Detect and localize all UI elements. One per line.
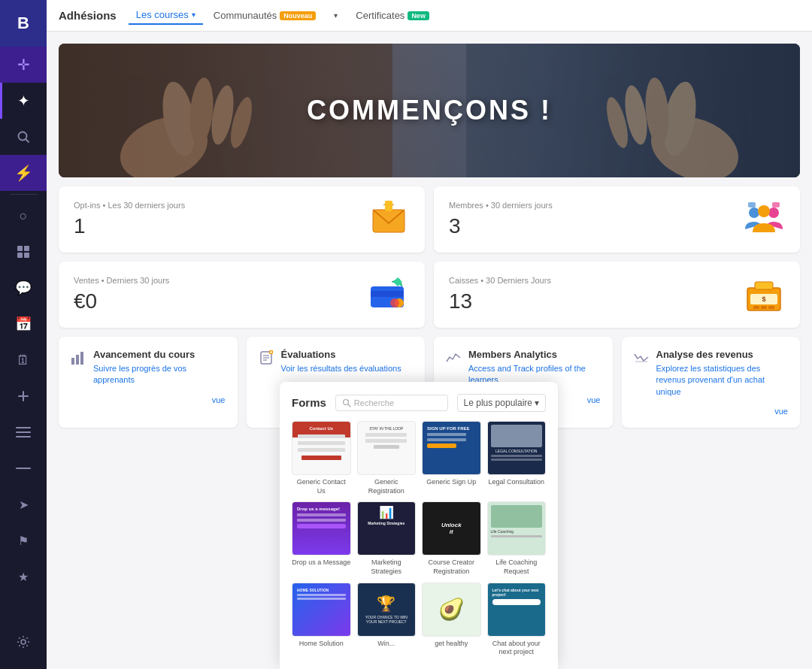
avancement-link[interactable]: vue xyxy=(71,395,226,404)
form-card-course[interactable]: Unlockit Course Creator Registration xyxy=(422,501,481,576)
svg-line-56 xyxy=(348,404,350,407)
form-card-win[interactable]: 🏆 YOUR CHANCE TO WIN YOUR NEXT PROJECT W… xyxy=(357,583,417,657)
svg-rect-5 xyxy=(24,253,29,258)
stat-card-left-ventes: Ventes • Derniers 30 jours €0 xyxy=(74,276,169,313)
svg-rect-41 xyxy=(761,306,767,309)
stat-label-caisses: Caisses • 30 Derniers Jours xyxy=(449,276,551,285)
topnav: Adhésions Les courses ▾ Communautés Nouv… xyxy=(47,0,812,32)
forms-search-label: Recherche xyxy=(354,398,394,407)
form-card-home[interactable]: HOME SOLUTION Home Solution xyxy=(292,583,351,657)
avancement-icon xyxy=(71,350,86,369)
stat-card-ventes[interactable]: Ventes • Derniers 30 jours €0 xyxy=(59,262,425,328)
hero-overlay: COMMENÇONS ! xyxy=(59,44,800,177)
sidebar-icon-magic[interactable]: ✦ xyxy=(0,83,47,119)
sidebar-icon-search[interactable] xyxy=(0,119,47,155)
form-card-drop[interactable]: Drop us a message! Drop us a Message xyxy=(292,501,351,576)
courses-chevron: ▾ xyxy=(192,11,195,19)
topnav-item-courses[interactable]: Les courses ▾ xyxy=(129,6,203,25)
sidebar-icon-flag[interactable]: ⚑ xyxy=(0,522,47,559)
form-name-contact: Generic Contact Us xyxy=(292,478,351,495)
form-thumb-contact: Contact Us xyxy=(292,421,351,475)
topnav-item-communautes[interactable]: Communautés Nouveau xyxy=(206,7,324,24)
forms-sort-dropdown[interactable]: Le plus populaire ▾ xyxy=(457,394,546,412)
analytics-card-revenus[interactable]: Analyse des revenus Explorez les statist… xyxy=(622,337,801,428)
analytics-card-header-revenus: Analyse des revenus Explorez les statist… xyxy=(634,349,789,398)
form-name-drop: Drop us a Message xyxy=(292,559,351,568)
revenus-link[interactable]: vue xyxy=(634,407,789,416)
form-thumb-home: HOME SOLUTION xyxy=(292,583,351,637)
form-name-win: Win... xyxy=(357,640,417,649)
revenus-title: Analyse des revenus xyxy=(656,349,789,360)
brand-label: Adhésions xyxy=(59,9,117,22)
topnav-item-certificates[interactable]: Certificates New xyxy=(348,7,437,24)
members-title: Members Analytics xyxy=(468,349,601,360)
form-thumb-mkt: 📊 Marketing Strategies xyxy=(357,501,417,555)
svg-rect-11 xyxy=(16,468,31,469)
form-card-life[interactable]: Life Coaching Life Coaching Request xyxy=(487,501,547,576)
courses-label: Les courses xyxy=(136,9,189,20)
form-card-signup[interactable]: SIGN UP FOR FREE Generic Sign Up xyxy=(422,421,481,495)
svg-rect-54 xyxy=(635,361,647,362)
form-card-contact[interactable]: Contact Us Generic Contact Us xyxy=(292,421,351,495)
evaluations-icon xyxy=(259,350,274,369)
form-card-reg[interactable]: STAY IN THE LOOP Generic Registration xyxy=(357,421,417,495)
svg-rect-4 xyxy=(17,253,23,258)
form-name-health: get healthy xyxy=(422,640,481,649)
main-content: Adhésions Les courses ▾ Communautés Nouv… xyxy=(47,0,812,669)
forms-sort-label: Le plus populaire xyxy=(464,398,532,408)
svg-point-28 xyxy=(758,205,770,217)
form-card-health[interactable]: 🥑 get healthy xyxy=(422,583,481,657)
stat-card-left-caisses: Caisses • 30 Derniers Jours 13 xyxy=(449,276,551,313)
stat-card-left-membres: Membres • 30 derniers jours 3 xyxy=(449,201,553,238)
sidebar-icon-minus[interactable] xyxy=(0,450,47,486)
analytics-card-avancement[interactable]: Avancement du cours Suivre les progrès d… xyxy=(59,337,238,428)
svg-rect-2 xyxy=(17,246,23,251)
evaluations-subtitle: Voir les résultats des évaluations xyxy=(281,363,401,374)
svg-rect-46 xyxy=(80,352,83,365)
stat-card-optins[interactable]: Opt-ins • Les 30 derniers jours 1 xyxy=(59,186,425,253)
sidebar-icon-menu[interactable] xyxy=(0,414,47,450)
communautes-label: Communautés xyxy=(214,10,277,21)
stat-icon-membres xyxy=(743,198,785,241)
hero-banner: COMMENÇONS ! xyxy=(59,44,800,177)
stat-icon-optins xyxy=(368,198,410,241)
avancement-subtitle: Suivre les progrès de vos apprenants xyxy=(93,363,226,386)
stat-card-left-optins: Opt-ins • Les 30 derniers jours 1 xyxy=(74,201,185,238)
sidebar-icon-cursor[interactable]: ✛ xyxy=(0,47,47,83)
stat-card-membres[interactable]: Membres • 30 derniers jours 3 xyxy=(434,186,800,253)
sidebar-icon-grid[interactable] xyxy=(0,234,47,270)
sidebar-icon-plus[interactable] xyxy=(0,378,47,414)
more-chevron: ▾ xyxy=(334,11,338,20)
svg-rect-29 xyxy=(748,202,756,207)
sidebar-icon-bolt[interactable]: ⚡ xyxy=(0,155,47,191)
form-card-legal[interactable]: LEGAL CONSULTATION Legal Consultation xyxy=(487,421,547,495)
sidebar-icon-calendar2[interactable]: 🗓 xyxy=(0,342,47,378)
form-card-chat[interactable]: Let's chat about your next project! Chat… xyxy=(487,583,547,657)
svg-point-27 xyxy=(768,207,779,218)
svg-point-0 xyxy=(19,132,27,141)
topnav-item-more[interactable]: ▾ xyxy=(326,8,345,23)
stat-value-caisses: 13 xyxy=(449,289,551,313)
stat-label-membres: Membres • 30 derniers jours xyxy=(449,201,553,210)
svg-rect-44 xyxy=(71,358,74,365)
sidebar-icon-chat[interactable]: 💬 xyxy=(0,270,47,306)
sidebar-icon-circle[interactable]: ○ xyxy=(0,198,47,234)
sidebar-icon-star[interactable]: ★ xyxy=(0,559,47,595)
sidebar-icon-send[interactable]: ➤ xyxy=(0,486,47,522)
app-logo[interactable]: B xyxy=(0,0,47,47)
form-thumb-legal: LEGAL CONSULTATION xyxy=(487,421,547,475)
stat-card-caisses[interactable]: Caisses • 30 Derniers Jours 13 $ xyxy=(434,262,800,328)
sidebar-icon-calendar[interactable]: 📅 xyxy=(0,306,47,342)
svg-point-34 xyxy=(390,298,399,307)
certificates-label: Certificates xyxy=(356,10,404,21)
svg-rect-10 xyxy=(16,436,31,437)
stat-value-membres: 3 xyxy=(449,214,553,238)
form-thumb-chat: Let's chat about your next project! xyxy=(487,583,547,637)
form-card-mkt[interactable]: 📊 Marketing Strategies Marketing Strateg… xyxy=(357,501,417,576)
stats-row: Opt-ins • Les 30 derniers jours 1 xyxy=(47,177,812,337)
sidebar-divider-1 xyxy=(10,194,37,195)
svg-rect-43 xyxy=(755,282,773,289)
sidebar-bottom xyxy=(0,624,47,669)
sidebar-icon-settings[interactable] xyxy=(0,624,47,660)
forms-search-box[interactable]: Recherche xyxy=(335,395,448,411)
